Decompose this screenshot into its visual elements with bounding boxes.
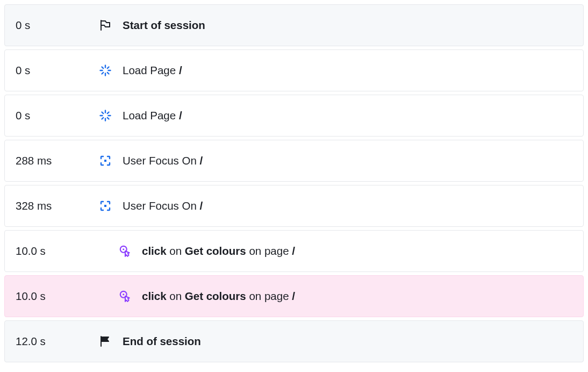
event-icon xyxy=(99,64,123,77)
svg-rect-16 xyxy=(104,160,106,162)
event-icon xyxy=(99,199,123,212)
event-label: click on Get colours on page / xyxy=(142,245,295,257)
event-time: 0 s xyxy=(16,109,99,122)
event-label: User Focus On / xyxy=(123,199,203,212)
event-label: End of session xyxy=(123,335,201,348)
event-row[interactable]: 0 s Load Page / xyxy=(4,95,584,137)
event-icon xyxy=(99,19,123,32)
event-label: Load Page / xyxy=(123,64,182,77)
event-time: 10.0 s xyxy=(16,245,99,257)
click-icon xyxy=(118,289,132,303)
event-icon xyxy=(118,244,142,258)
focus-icon xyxy=(99,154,112,167)
event-row[interactable]: 10.0 s click on Get colours on page / xyxy=(4,275,584,317)
event-icon xyxy=(118,289,142,303)
event-time: 10.0 s xyxy=(16,290,99,303)
event-label: Load Page / xyxy=(123,109,182,122)
event-label: click on Get colours on page / xyxy=(142,290,295,303)
svg-line-3 xyxy=(107,73,109,74)
event-row[interactable]: 0 s Load Page / xyxy=(4,49,584,91)
event-row[interactable]: 328 ms User Focus On / xyxy=(4,185,584,227)
svg-line-15 xyxy=(102,112,104,114)
focus-icon xyxy=(99,199,112,212)
event-label: User Focus On / xyxy=(123,154,203,167)
event-time: 0 s xyxy=(16,64,99,77)
event-row[interactable]: 12.0 s End of session xyxy=(4,320,584,362)
event-icon xyxy=(99,335,123,348)
click-icon xyxy=(118,244,132,258)
event-time: 12.0 s xyxy=(16,335,99,348)
loading-icon xyxy=(99,64,112,77)
event-time: 288 ms xyxy=(16,154,99,167)
event-row[interactable]: 288 ms User Focus On / xyxy=(4,140,584,182)
svg-line-5 xyxy=(102,73,104,74)
svg-line-7 xyxy=(102,67,104,69)
event-time: 0 s xyxy=(16,19,99,32)
event-icon xyxy=(99,154,123,167)
svg-line-13 xyxy=(102,118,104,119)
svg-point-19 xyxy=(123,248,124,250)
event-icon xyxy=(99,109,123,122)
event-label: Start of session xyxy=(123,19,205,32)
event-row[interactable]: 10.0 s click on Get colours on page / xyxy=(4,230,584,272)
svg-line-1 xyxy=(107,67,109,69)
svg-rect-17 xyxy=(104,205,106,207)
flag-end-icon xyxy=(99,335,112,348)
loading-icon xyxy=(99,109,112,122)
svg-point-21 xyxy=(123,294,124,295)
flag-start-icon xyxy=(99,19,112,32)
event-time: 328 ms xyxy=(16,199,99,212)
svg-line-11 xyxy=(107,118,109,119)
event-row[interactable]: 0 s Start of session xyxy=(4,4,584,46)
svg-line-9 xyxy=(107,112,109,114)
